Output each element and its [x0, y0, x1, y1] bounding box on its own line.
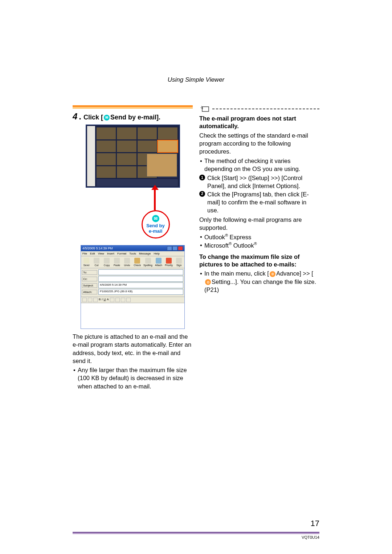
footer-rule-1	[73, 532, 319, 533]
tb-sign: Sign	[176, 264, 181, 266]
paste-icon	[114, 258, 120, 264]
supported-ms-outlook: Microsoft® Outlook®	[204, 241, 319, 249]
right-bullet-1: The method of checking it varies dependi…	[204, 157, 319, 173]
advance-icon: ⊕	[270, 271, 275, 277]
menu-help: Help	[154, 252, 159, 255]
right-body-1: Check the settings of the standard e-mai…	[199, 131, 319, 156]
tb-cut: Cut	[95, 264, 99, 266]
tb-priority: Priority	[165, 264, 173, 266]
menu-format: Format	[117, 252, 126, 255]
email-toolbar: Send Cut Copy Paste Undo Check Spelling …	[81, 256, 184, 268]
right-advance-bullet: In the main menu, click [⊕Advance] >> [⚙…	[204, 269, 319, 294]
priority-icon	[166, 258, 172, 264]
spelling-icon	[145, 258, 151, 264]
right-num-2: 2Click the [Programs] tab, then click [E…	[199, 190, 319, 215]
simple-viewer-screenshot: ✉ Send by e-mail	[86, 125, 180, 242]
divider-orange-bottom	[73, 107, 193, 109]
right-heading-2: To change the maximum file size of pictu…	[199, 253, 319, 269]
email-compose-window: 4/5/2005 5:14:39 PM File Edit View Inser…	[81, 245, 185, 329]
document-id: VQT0U14	[73, 535, 319, 539]
right-num-1: 1Click [Start] >> ([Setup] >>) [Control …	[199, 174, 319, 190]
send-icon	[83, 258, 89, 264]
divider-orange-top	[73, 105, 193, 107]
maximize-icon	[172, 246, 177, 250]
right-body-2: Only the following e-mail programs are s…	[199, 216, 319, 232]
email-body-area	[81, 303, 184, 329]
attach-icon	[156, 258, 162, 264]
email-menubar: File Edit View Insert Format Tools Messa…	[81, 251, 184, 256]
cc-label: Cc:	[82, 277, 97, 281]
check-icon	[134, 258, 140, 264]
dashed-rule	[212, 109, 319, 109]
menu-tools: Tools	[129, 252, 136, 255]
tb-paste: Paste	[114, 264, 120, 266]
email-titlebar: 4/5/2005 5:14:39 PM	[81, 245, 184, 251]
mail-icon: ✉	[104, 115, 110, 121]
tb-check: Check	[134, 264, 141, 266]
cut-icon	[94, 258, 99, 264]
tb-send: Send	[83, 264, 89, 266]
undo-icon	[124, 258, 130, 264]
step-heading: 4 . Click [ ✉ Send by e-mail].	[73, 111, 193, 122]
send-by-email-callout: ✉ Send by e-mail	[142, 210, 170, 239]
number-badge-1: 1	[199, 175, 205, 180]
attach-label: Attach:	[82, 290, 97, 294]
tb-undo: Undo	[124, 264, 130, 266]
menu-message: Message	[139, 252, 151, 255]
right-heading-1: The e-mail program does not start automa…	[199, 115, 319, 130]
step-label-action: Send by e-mail].	[110, 114, 160, 121]
supported-outlook-express: Outlook® Express	[204, 233, 319, 241]
left-paragraph-1: The picture is attached to an e-mail and…	[73, 333, 193, 365]
tb-spelling: Spelling	[143, 264, 152, 266]
minimize-icon	[167, 246, 172, 250]
menu-view: View	[98, 252, 104, 255]
number-badge-2: 2	[199, 191, 205, 197]
menu-insert: Insert	[107, 252, 114, 255]
svg-rect-0	[202, 107, 209, 111]
step-number: 4	[73, 111, 77, 122]
footer-rule-2	[73, 533, 319, 534]
step-label-prefix: Click [	[83, 114, 103, 121]
to-field	[98, 269, 183, 275]
subject-field: 4/5/2005 5:14:39 PM	[98, 282, 183, 288]
page-number: 17	[308, 519, 319, 528]
callout-line2: e-mail	[149, 228, 163, 234]
sign-icon	[176, 258, 182, 264]
step-dot: .	[79, 111, 81, 122]
callout-line1: Send by	[146, 223, 165, 228]
email-title-text: 4/5/2005 5:14:39 PM	[82, 247, 113, 250]
left-bullet-1: Any file larger than the maximum file si…	[78, 366, 193, 390]
menu-file: File	[82, 252, 87, 255]
mail-icon: ✉	[152, 215, 159, 222]
copy-icon	[104, 258, 110, 264]
email-format-bar: BIUA	[81, 297, 184, 303]
to-label: To:	[82, 270, 97, 275]
tb-attach: Attach	[155, 264, 162, 266]
menu-edit: Edit	[90, 252, 95, 255]
subject-label: Subject:	[82, 283, 97, 288]
section-heading: Using Simple Viewer	[73, 76, 319, 83]
tb-copy: Copy	[104, 264, 110, 266]
note-icon	[199, 105, 210, 113]
close-icon	[178, 246, 183, 250]
cc-field	[98, 276, 183, 282]
attach-field: P1000235.JPG (89.8 KB)	[98, 289, 183, 295]
setting-icon: ⚙	[205, 279, 211, 285]
